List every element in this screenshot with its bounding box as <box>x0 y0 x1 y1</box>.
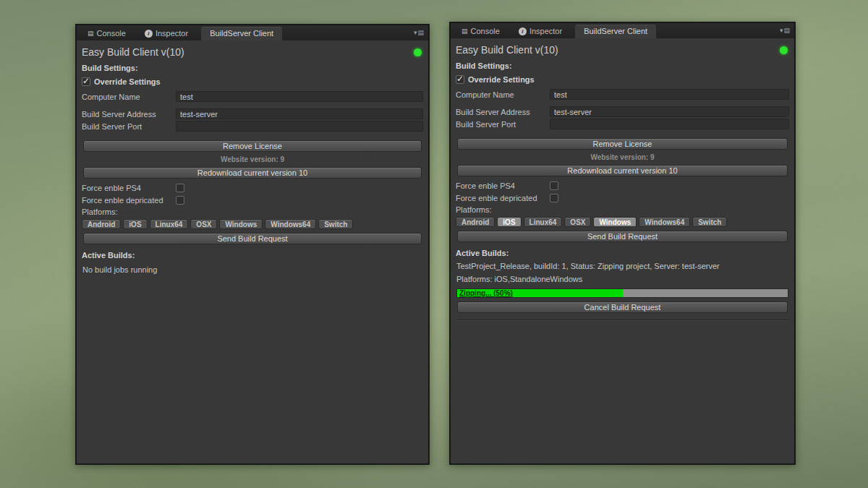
override-settings-label: Override Settings <box>94 77 161 86</box>
remove-license-button[interactable]: Remove License <box>83 140 422 152</box>
editor-window-idle: ▤ Console i Inspector BuildServer Client… <box>75 24 430 465</box>
website-version-text: Website version: 9 <box>82 155 423 163</box>
force-ps4-checkbox[interactable] <box>176 184 184 192</box>
build-server-port-input[interactable] <box>176 121 423 132</box>
override-settings-checkbox[interactable] <box>82 77 90 86</box>
build-progress-bar: Zipping... (50%) <box>456 288 788 298</box>
platforms-row: AndroidiOSLinux64OSXWindowsWindows64Swit… <box>456 217 789 227</box>
tab-label: Inspector <box>529 27 562 35</box>
progress-fill: Zipping... (50%) <box>457 289 623 297</box>
page-title: Easy Build Client v(10) <box>82 46 184 58</box>
build-settings-heading: Build Settings: <box>82 64 423 72</box>
build-server-address-label: Build Server Address <box>82 110 176 119</box>
console-icon: ▤ <box>461 27 468 35</box>
computer-name-label: Computer Name <box>82 93 176 101</box>
platform-button-osx[interactable]: OSX <box>564 217 591 227</box>
website-version-text: Website version: 9 <box>456 153 789 161</box>
platform-button-linux64[interactable]: Linux64 <box>150 219 189 229</box>
tab-inspector[interactable]: i Inspector <box>513 25 568 38</box>
build-server-address-input[interactable] <box>176 108 423 119</box>
platform-button-windows[interactable]: Windows <box>593 217 637 227</box>
console-icon: ▤ <box>88 30 94 37</box>
send-build-request-button[interactable]: Send Build Request <box>457 231 788 242</box>
inspector-icon: i <box>519 27 527 35</box>
force-deprecated-checkbox[interactable] <box>550 194 558 202</box>
section-divider <box>456 320 788 320</box>
active-builds-heading: Active Builds: <box>82 251 423 260</box>
platform-button-windows[interactable]: Windows <box>219 219 263 229</box>
no-builds-status-text: No build jobs running <box>82 265 422 274</box>
platform-button-ios[interactable]: iOS <box>497 217 521 227</box>
platform-button-switch[interactable]: Switch <box>692 217 727 227</box>
build-server-port-input[interactable] <box>550 119 789 129</box>
connection-status-dot <box>414 48 422 56</box>
override-settings-checkbox[interactable] <box>456 75 464 84</box>
remove-license-button[interactable]: Remove License <box>457 138 788 150</box>
cancel-build-request-button[interactable]: Cancel Build Request <box>457 301 788 313</box>
tab-label: Console <box>97 29 126 38</box>
force-ps4-checkbox[interactable] <box>550 181 558 190</box>
window-menu-icon[interactable]: ▾▤ <box>414 29 425 36</box>
editor-window-building: ▤ Console i Inspector BuildServer Client… <box>449 22 796 465</box>
tab-buildserver-client[interactable]: BuildServer Client <box>201 27 282 40</box>
platform-button-osx[interactable]: OSX <box>190 219 217 229</box>
platform-button-ios[interactable]: iOS <box>123 219 147 229</box>
build-server-port-label: Build Server Port <box>456 120 550 129</box>
tab-console[interactable]: ▤ Console <box>456 25 506 38</box>
platform-button-linux64[interactable]: Linux64 <box>524 217 563 227</box>
platform-button-windows64[interactable]: Windows64 <box>265 219 316 229</box>
window-menu-icon[interactable]: ▾▤ <box>780 27 791 34</box>
platform-button-android[interactable]: Android <box>456 217 495 227</box>
force-deprecated-checkbox[interactable] <box>176 196 184 205</box>
tab-label: Inspector <box>156 29 188 38</box>
build-info-line: TestProject_Release, buildId: 1, Status:… <box>456 262 788 270</box>
inspector-icon: i <box>145 30 153 38</box>
tab-bar: ▤ Console i Inspector BuildServer Client… <box>451 23 794 38</box>
force-ps4-label: Force enble PS4 <box>82 184 176 192</box>
build-server-port-label: Build Server Port <box>82 122 176 131</box>
platform-button-windows64[interactable]: Windows64 <box>639 217 690 227</box>
platforms-label: Platforms: <box>82 207 423 216</box>
tab-label: BuildServer Client <box>584 27 647 35</box>
platform-button-switch[interactable]: Switch <box>318 219 353 229</box>
tab-bar: ▤ Console i Inspector BuildServer Client… <box>77 25 428 40</box>
force-ps4-label: Force enble PS4 <box>456 181 550 190</box>
platform-button-android[interactable]: Android <box>82 219 121 229</box>
computer-name-label: Computer Name <box>456 90 550 99</box>
tab-label: BuildServer Client <box>210 29 273 38</box>
platforms-label: Platforms: <box>456 205 789 214</box>
tab-label: Console <box>471 27 500 35</box>
active-builds-heading: Active Builds: <box>456 249 789 257</box>
redownload-button[interactable]: Redownload current version 10 <box>83 167 422 179</box>
force-deprecated-label: Force enble depricated <box>82 196 176 205</box>
connection-status-dot <box>780 46 788 54</box>
redownload-button[interactable]: Redownload current version 10 <box>457 165 788 176</box>
page-title: Easy Build Client v(10) <box>456 44 558 56</box>
tab-buildserver-client[interactable]: BuildServer Client <box>575 25 656 38</box>
build-platforms-line: Platforms: iOS,StandaloneWindows <box>456 275 788 283</box>
computer-name-input[interactable] <box>550 89 789 100</box>
send-build-request-button[interactable]: Send Build Request <box>83 233 422 244</box>
computer-name-input[interactable] <box>176 91 423 102</box>
tab-inspector[interactable]: i Inspector <box>139 27 194 40</box>
platforms-row: AndroidiOSLinux64OSXWindowsWindows64Swit… <box>82 219 423 229</box>
build-server-address-input[interactable] <box>550 106 789 117</box>
override-settings-label: Override Settings <box>468 75 535 84</box>
progress-label: Zipping... (50%) <box>457 289 513 297</box>
build-settings-heading: Build Settings: <box>456 61 789 70</box>
force-deprecated-label: Force enble depricated <box>456 194 550 202</box>
tab-console[interactable]: ▤ Console <box>82 27 132 40</box>
build-server-address-label: Build Server Address <box>456 108 550 116</box>
